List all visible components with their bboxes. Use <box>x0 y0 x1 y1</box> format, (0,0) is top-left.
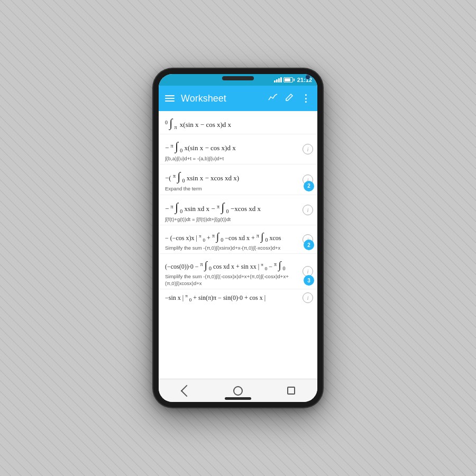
toolbar: Worksheet ⋮ <box>159 86 317 111</box>
math-sub-6: Simplify the sum -(π,0)∫((-cosx)x)d+x+(π… <box>165 273 300 287</box>
math-sub-4: ∫(f(t)+g(t))dt = ∫(f(t))dt+∫(g(t))dt <box>165 216 300 223</box>
edit-icon[interactable] <box>285 93 294 104</box>
status-bar: 21:12 <box>159 74 317 86</box>
math-expr-3: −( π ∫ 0 xsin x − xcos xd x) <box>165 168 300 185</box>
recents-icon <box>287 387 295 395</box>
toolbar-icons: ⋮ <box>268 93 311 104</box>
math-item-1: 0 ∫ π x(sin x − cos x)d x <box>159 111 317 134</box>
math-expr-1: 0 ∫ π x(sin x − cos x)d x <box>165 114 311 132</box>
info-btn-7[interactable]: i <box>303 292 313 303</box>
math-item-5: − (−cos x)x | π 0 + π ∫ 0 −cos xd x + π … <box>159 225 317 254</box>
toolbar-title: Worksheet <box>181 93 262 104</box>
back-icon <box>181 385 193 397</box>
phone-screen: 21:12 Worksheet <box>159 74 317 402</box>
math-item-7: −sin x | π 0 + sin(π)π − sin(0)·0 + cos … <box>159 289 317 306</box>
math-sub-5: Simplify the sum -(π,0)∫(xsinx)d+x-(π,0)… <box>165 245 300 251</box>
math-item-3: −( π ∫ 0 xsin x − xcos xd x) Expand the … <box>159 164 317 195</box>
math-item-4: − π ∫ 0 xsin xd x − π ∫ 0 −xcos xd x ∫(f… <box>159 195 317 225</box>
status-icons <box>274 77 293 83</box>
info-btn-4[interactable]: i <box>303 205 313 215</box>
bottom-speaker <box>225 397 251 400</box>
math-expr-7: −sin x | π 0 + sin(π)π − sin(0)·0 + cos … <box>165 292 300 304</box>
badge-3: 2 <box>304 181 314 191</box>
math-expr-6: (−cos(0))·0 − π ∫ 0 cos xd x + sin xx | … <box>165 257 300 273</box>
signal-bars-icon <box>274 77 282 83</box>
phone: 21:12 Worksheet <box>153 69 323 407</box>
math-expr-5: − (−cos x)x | π 0 + π ∫ 0 −cos xd x + π … <box>165 228 300 244</box>
badge-5: 2 <box>304 240 314 250</box>
home-icon <box>233 386 243 396</box>
math-item-2: − π ∫ 0 x(sin x − cos x)d x ∫(b,a)∫(u)d+… <box>159 134 317 164</box>
math-sub-2: ∫(b,a)∫(u)d+t = -(a,b)∫(u)d+t <box>165 155 300 162</box>
math-expr-2: − π ∫ 0 x(sin x − cos x)d x <box>165 138 300 155</box>
graph-icon[interactable] <box>268 94 278 103</box>
badge-6: 3 <box>304 275 314 286</box>
recents-button[interactable] <box>281 381 300 400</box>
hamburger-icon[interactable] <box>165 95 175 102</box>
back-button[interactable] <box>176 381 195 400</box>
content-area: 0 ∫ π x(sin x − cos x)d x − π ∫ 0 x(sin … <box>159 111 317 379</box>
math-item-6: (−cos(0))·0 − π ∫ 0 cos xd x + sin xx | … <box>159 254 317 289</box>
math-expr-4: − π ∫ 0 xsin xd x − π ∫ 0 −xcos xd x <box>165 198 300 216</box>
battery-icon <box>283 77 293 83</box>
status-time: 21:12 <box>297 77 312 83</box>
info-btn-2[interactable]: i <box>303 144 313 154</box>
math-sub-3: Expand the term <box>165 186 300 192</box>
